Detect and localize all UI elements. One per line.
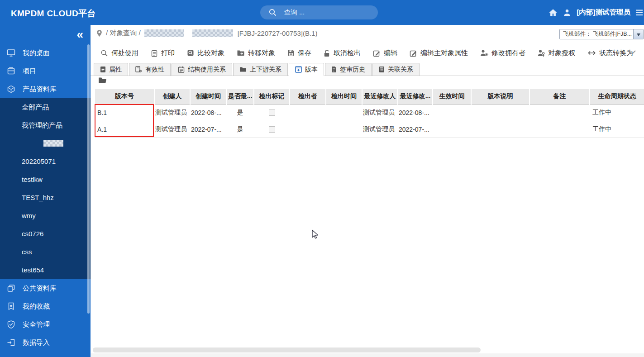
current-user-label[interactable]: [内部]测试管理员 [577, 8, 630, 17]
cell-checkout-time [326, 121, 362, 138]
sidebar-subitem-cs0726[interactable]: cs0726 [0, 225, 91, 243]
breadcrumb-redacted-1 [144, 29, 184, 37]
object-version-selector[interactable]: 飞机部件： 飞机部件[FJB... [559, 29, 644, 39]
col-header-lifecycle[interactable]: 生命周期状态 [590, 89, 644, 104]
version-table: 版本号 创建人 创建时间 是否最... 检出标记 检出者 检出时间 最近修改人 … [95, 89, 644, 138]
checkout-checkbox[interactable] [269, 126, 275, 133]
sidebar-item-security[interactable]: 安全管理 [0, 315, 91, 333]
sidebar-subitem-all-products[interactable]: 全部产品 [0, 98, 91, 116]
change-owner-icon [480, 49, 488, 57]
top-bar: KMPDM CLOUD平台 查询 ... [内部]测试管理员 [0, 0, 644, 25]
sidebar-subitem-my-managed-products[interactable]: 我管理的产品 [0, 116, 91, 134]
breadcrumb-prefix[interactable]: / 对象查询 / [106, 29, 141, 38]
table-row[interactable]: B.1 测试管理员 2022-08-... 是 测试管理员 2022-08-..… [95, 104, 644, 121]
col-header-checkout-by[interactable]: 检出者 [290, 89, 326, 104]
cell-effective-time [433, 104, 471, 121]
structure-tab-icon [178, 66, 185, 73]
breadcrumb-redacted-2 [192, 29, 233, 37]
col-header-checkout-flag[interactable]: 检出标记 [254, 89, 290, 104]
sidebar-subitem-redacted[interactable] [0, 134, 91, 152]
home-icon[interactable] [549, 9, 558, 17]
col-header-create-time[interactable]: 创建时间 [190, 89, 226, 104]
menu-hamburger-icon[interactable] [636, 10, 643, 16]
toolbar-change-owner-button[interactable]: 修改拥有者 [480, 49, 525, 57]
print-icon [151, 49, 158, 57]
sidebar-scrollbar[interactable] [87, 44, 90, 314]
sidebar-item-public-library[interactable]: 公共资料库 [0, 279, 91, 297]
topbar-right: [内部]测试管理员 [549, 0, 644, 25]
cell-modify-time: 2022-08-... [398, 104, 433, 121]
unlock-icon [324, 49, 330, 57]
col-header-version[interactable]: 版本号 [95, 89, 154, 104]
table-row[interactable]: A.1 测试管理员 2022-07-... 是 测试管理员 2022-07-..… [95, 121, 644, 138]
col-header-is-latest[interactable]: 是否最... [226, 89, 254, 104]
toolbar-transfer-button[interactable]: 转移对象 [237, 49, 275, 57]
tab-attributes[interactable]: 属性 [94, 63, 128, 76]
user-icon[interactable] [563, 9, 571, 17]
toolbar-print-button[interactable]: 打印 [151, 49, 175, 57]
col-header-remark[interactable]: 备注 [530, 89, 590, 104]
cell-creator: 测试管理员 [154, 121, 190, 138]
col-header-modify-time[interactable]: 最近修改... [398, 89, 433, 104]
save-icon [287, 49, 295, 57]
tab-validity[interactable]: 有效性 [129, 63, 171, 76]
history-tab-icon [331, 66, 337, 73]
toolbar-compare-button[interactable]: 比较对象 [187, 49, 224, 57]
toolbar-authorize-button[interactable]: 对象授权 [538, 49, 575, 57]
sidebar-collapse-button[interactable]: « [77, 28, 83, 41]
redacted-label [43, 140, 63, 147]
sidebar-subitem-testlkw[interactable]: testlkw [0, 171, 91, 189]
cell-version[interactable]: A.1 [95, 121, 154, 138]
checkout-checkbox[interactable] [269, 109, 275, 116]
sidebar-subitem-wmy[interactable]: wmy [0, 207, 91, 225]
col-header-effective-time[interactable]: 生效时间 [433, 89, 471, 104]
security-shield-icon [6, 320, 16, 329]
sidebar-item-favorites[interactable]: 我的收藏 [0, 297, 91, 315]
cell-creator: 测试管理员 [154, 104, 190, 121]
edit-icon [373, 49, 381, 57]
cell-remark [530, 121, 590, 138]
tab-review-history[interactable]: 签审历史 [325, 63, 372, 76]
sidebar-subitem-202205071[interactable]: 202205071 [0, 152, 91, 171]
horizontal-scrollbar[interactable] [93, 347, 481, 352]
action-toolbar: 何处使用 打印 比较对象 转移对象 保存 取消检出 编辑 编辑主对象属性 [91, 43, 644, 62]
detail-tabs: 属性 有效性 结构使用关系 上下游关系 版本 签审历史 关联关系 [91, 62, 644, 76]
col-header-modifier[interactable]: 最近修改人 [362, 89, 398, 104]
toolbar-state-transition-button[interactable]: 状态转换为 [587, 49, 633, 57]
sidebar-item-product-library[interactable]: 产品资料库 [0, 80, 91, 98]
col-header-checkout-time[interactable]: 检出时间 [326, 89, 362, 104]
toolbar-edit-master-attrs-button[interactable]: 编辑主对象属性 [410, 49, 468, 57]
project-icon [6, 67, 16, 76]
tab-structure-usage[interactable]: 结构使用关系 [172, 63, 232, 76]
app-title: KMPDM CLOUD平台 [11, 8, 96, 19]
tab-upstream-downstream[interactable]: 上下游关系 [233, 63, 288, 76]
cell-checkout-by [290, 104, 326, 121]
toolbar-save-button[interactable]: 保存 [287, 49, 311, 57]
sidebar-item-data-import[interactable]: 数据导入 [0, 333, 91, 352]
col-header-version-desc[interactable]: 版本说明 [471, 89, 530, 104]
cell-checkout-time [326, 104, 362, 121]
toolbar-edit-button[interactable]: 编辑 [373, 49, 397, 57]
cell-version[interactable]: B.1 [95, 104, 154, 121]
selector-dropdown-button[interactable] [633, 29, 643, 39]
col-header-creator[interactable]: 创建人 [154, 89, 190, 104]
sidebar-item-my-desktop[interactable]: 我的桌面 [0, 44, 91, 62]
sidebar-item-projects[interactable]: 项目 [0, 62, 91, 80]
cell-version-desc [471, 121, 530, 138]
desktop-icon [6, 48, 16, 57]
global-search-input[interactable]: 查询 ... [260, 5, 378, 19]
toolbar-more-chevron-icon[interactable] [628, 50, 637, 55]
cell-is-latest: 是 [226, 121, 254, 138]
tab-versions[interactable]: 版本 [289, 63, 324, 76]
sidebar-subitem-css[interactable]: css [0, 243, 91, 261]
bottom-strip [91, 353, 644, 357]
folder-icon[interactable] [98, 77, 107, 84]
toolbar-cancel-checkout-button[interactable]: 取消检出 [324, 49, 361, 57]
sidebar-subitem-test654[interactable]: test654 [0, 261, 91, 279]
cell-modify-time: 2022-07-... [398, 121, 433, 138]
sidebar-subitem-test-hhz[interactable]: TEST_hhz [0, 189, 91, 207]
cell-version-desc [471, 104, 530, 121]
tab-relations[interactable]: 关联关系 [372, 63, 420, 76]
toolbar-where-used-button[interactable]: 何处使用 [100, 49, 138, 57]
sidebar-item-partial[interactable] [0, 352, 91, 357]
